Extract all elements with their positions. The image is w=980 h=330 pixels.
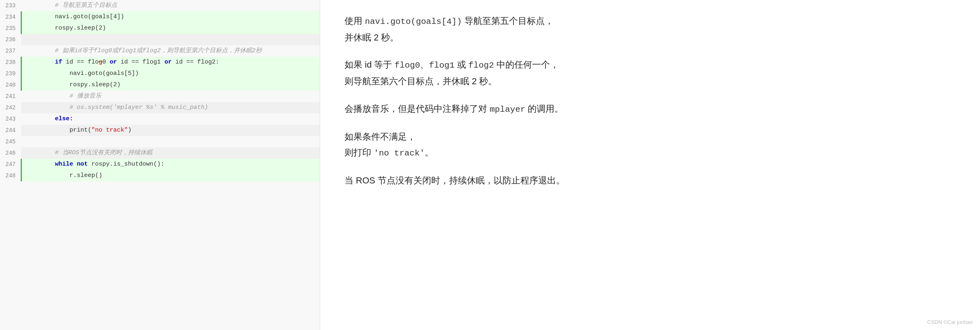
explanation-panel: 使用 navi.goto(goals[4]) 导航至第五个目标点，并休眠 2 秒… xyxy=(320,0,980,330)
code-row: 240 rospy.sleep(2) xyxy=(0,79,320,91)
code-content: # 导航至第五个目标点 xyxy=(21,0,320,11)
line-number: 244 xyxy=(0,125,21,136)
code-row: 248 r.sleep() xyxy=(0,170,320,181)
explanation-block: 当 ROS 节点没有关闭时，持续休眠，以防止程序退出。 xyxy=(344,172,961,189)
line-number: 238 xyxy=(0,57,21,68)
line-number: 234 xyxy=(0,11,21,23)
line-number: 247 xyxy=(0,159,21,170)
explanation-block: 如果 id 等于 flog0、flog1 或 flog2 中的任何一个，则导航至… xyxy=(344,57,961,89)
code-row: 235 rospy.sleep(2) xyxy=(0,23,320,34)
code-content: else: xyxy=(21,113,320,125)
code-row: 234 navi.goto(goals[4]) xyxy=(0,11,320,23)
code-content xyxy=(21,136,320,147)
code-content: navi.goto(goals[5]) xyxy=(21,68,320,79)
code-content xyxy=(21,34,320,45)
code-row: 241 # 播放音乐 xyxy=(0,91,320,102)
line-number: 248 xyxy=(0,170,21,181)
code-row: 247 while not rospy.is_shutdown(): xyxy=(0,159,320,170)
code-row: 243 else: xyxy=(0,113,320,125)
code-content: # os.system('mplayer %s' % music_path) xyxy=(21,102,320,113)
code-row: 245 xyxy=(0,136,320,147)
watermark: CSDN ©Cai junhao xyxy=(927,319,973,325)
code-content: # 当ROS节点没有关闭时，持续休眠 xyxy=(21,147,320,159)
code-row: 246 # 当ROS节点没有关闭时，持续休眠 xyxy=(0,147,320,159)
code-content: # 如果id等于flog0或flog1或flog2，则导航至第六个目标点，并休眠… xyxy=(21,45,320,57)
explanation-block: 如果条件不满足，则打印 'no track'。 xyxy=(344,129,961,161)
line-number: 233 xyxy=(0,0,21,11)
explanation-block: 会播放音乐，但是代码中注释掉了对 mplayer 的调用。 xyxy=(344,101,961,117)
explanation-block: 使用 navi.goto(goals[4]) 导航至第五个目标点，并休眠 2 秒… xyxy=(344,13,961,45)
code-row: 237 # 如果id等于flog0或flog1或flog2，则导航至第六个目标点… xyxy=(0,45,320,57)
code-content: print("no track") xyxy=(21,125,320,136)
code-row: 233 # 导航至第五个目标点 xyxy=(0,0,320,11)
line-number: 242 xyxy=(0,102,21,113)
code-row: 238 if id == flog0 or id == flog1 or id … xyxy=(0,57,320,68)
code-content: # 播放音乐 xyxy=(21,91,320,102)
code-row: 244 print("no track") xyxy=(0,125,320,136)
code-content: while not rospy.is_shutdown(): xyxy=(21,159,320,170)
code-row: 239 navi.goto(goals[5]) xyxy=(0,68,320,79)
line-number: 246 xyxy=(0,147,21,159)
code-content: if id == flog0 or id == flog1 or id == f… xyxy=(21,57,320,68)
line-number: 236 xyxy=(0,34,21,45)
code-content: r.sleep() xyxy=(21,170,320,181)
code-content: navi.goto(goals[4]) xyxy=(21,11,320,23)
line-number: 245 xyxy=(0,136,21,147)
code-row: 242 # os.system('mplayer %s' % music_pat… xyxy=(0,102,320,113)
code-content: rospy.sleep(2) xyxy=(21,23,320,34)
line-number: 241 xyxy=(0,91,21,102)
code-panel: 233 # 导航至第五个目标点234 navi.goto(goals[4])23… xyxy=(0,0,320,330)
code-content: rospy.sleep(2) xyxy=(21,79,320,91)
line-number: 240 xyxy=(0,79,21,91)
line-number: 235 xyxy=(0,23,21,34)
line-number: 237 xyxy=(0,45,21,57)
line-number: 243 xyxy=(0,113,21,125)
line-number: 239 xyxy=(0,68,21,79)
code-row: 236 xyxy=(0,34,320,45)
code-table: 233 # 导航至第五个目标点234 navi.goto(goals[4])23… xyxy=(0,0,320,181)
